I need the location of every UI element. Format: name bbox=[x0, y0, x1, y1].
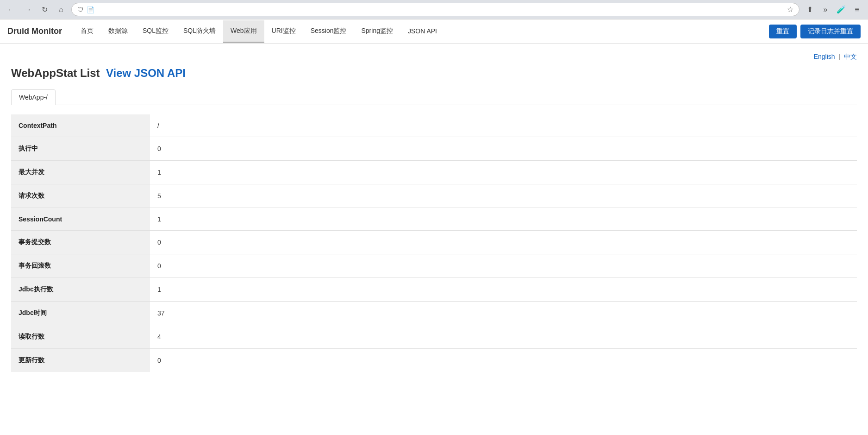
table-cell-key: 事务提交数 bbox=[11, 231, 150, 254]
app-nav: Druid Monitor 首页 数据源 SQL监控 SQL防火墙 Web应用 … bbox=[0, 19, 868, 44]
view-json-api-link[interactable]: View JSON API bbox=[106, 67, 186, 79]
address-bar: 🛡 📄 localhost:9090/druid/webapp.html ☆ bbox=[71, 3, 799, 16]
nav-spring[interactable]: Spring监控 bbox=[354, 20, 400, 43]
table-cell-value: 37 bbox=[150, 302, 857, 325]
table-cell-value: 4 bbox=[150, 325, 857, 349]
reload-button[interactable]: ↻ bbox=[38, 3, 51, 16]
home-button[interactable]: ⌂ bbox=[55, 3, 68, 16]
table-row: 最大并发1 bbox=[11, 161, 857, 184]
table-row: Jdbc时间37 bbox=[11, 302, 857, 325]
tabs: WebApp-/ bbox=[11, 89, 857, 105]
table-cell-key: 最大并发 bbox=[11, 161, 150, 184]
nav-links: 首页 数据源 SQL监控 SQL防火墙 Web应用 URI监控 Session监… bbox=[73, 20, 769, 43]
table-row: 事务提交数0 bbox=[11, 231, 857, 254]
table-cell-key: 更新行数 bbox=[11, 349, 150, 372]
nav-uri[interactable]: URI监控 bbox=[264, 20, 303, 43]
lang-separator: | bbox=[838, 53, 840, 60]
table-cell-key: ContextPath bbox=[11, 114, 150, 137]
table-cell-key: 事务回滚数 bbox=[11, 254, 150, 278]
table-row: SessionCount1 bbox=[11, 208, 857, 231]
page-icon: 📄 bbox=[87, 6, 94, 13]
forward-button[interactable]: → bbox=[21, 3, 34, 16]
table-cell-key: Jdbc时间 bbox=[11, 302, 150, 325]
data-table: ContextPath/执行中0最大并发1请求次数5SessionCount1事… bbox=[11, 114, 857, 372]
more-button[interactable]: » bbox=[819, 3, 832, 16]
table-cell-value: 1 bbox=[150, 161, 857, 184]
table-cell-value: 0 bbox=[150, 254, 857, 278]
shield-icon: 🛡 bbox=[77, 6, 84, 13]
nav-jsonapi[interactable]: JSON API bbox=[400, 21, 444, 42]
tab-webapp-slash[interactable]: WebApp-/ bbox=[11, 89, 56, 105]
table-row: 事务回滚数0 bbox=[11, 254, 857, 278]
share-button[interactable]: ⬆ bbox=[803, 3, 816, 16]
table-row: 读取行数4 bbox=[11, 325, 857, 349]
table-cell-value: 0 bbox=[150, 137, 857, 161]
nav-sql[interactable]: SQL监控 bbox=[135, 20, 176, 43]
browser-chrome: ← → ↻ ⌂ 🛡 📄 localhost:9090/druid/webapp.… bbox=[0, 0, 868, 19]
table-row: 执行中0 bbox=[11, 137, 857, 161]
table-cell-key: 执行中 bbox=[11, 137, 150, 161]
nav-datasource[interactable]: 数据源 bbox=[101, 20, 135, 43]
table-cell-key: Jdbc执行数 bbox=[11, 278, 150, 302]
table-cell-value: 1 bbox=[150, 278, 857, 302]
lang-chinese[interactable]: 中文 bbox=[844, 53, 857, 60]
back-button[interactable]: ← bbox=[5, 3, 18, 16]
table-cell-value: 0 bbox=[150, 349, 857, 372]
url-input[interactable]: localhost:9090/druid/webapp.html bbox=[97, 6, 784, 13]
nav-webapp[interactable]: Web应用 bbox=[223, 20, 264, 43]
table-cell-value: 5 bbox=[150, 184, 857, 208]
page-title: WebAppStat List View JSON API bbox=[11, 67, 857, 80]
table-cell-key: 读取行数 bbox=[11, 325, 150, 349]
table-cell-value: 1 bbox=[150, 208, 857, 231]
app-title: Druid Monitor bbox=[7, 26, 62, 36]
nav-sqlfirewall[interactable]: SQL防火墙 bbox=[176, 20, 223, 43]
reset-button[interactable]: 重置 bbox=[769, 25, 797, 38]
lang-switcher: English | 中文 bbox=[11, 53, 857, 61]
table-cell-key: SessionCount bbox=[11, 208, 150, 231]
star-icon[interactable]: ☆ bbox=[787, 5, 793, 14]
nav-session[interactable]: Session监控 bbox=[303, 20, 354, 43]
nav-home[interactable]: 首页 bbox=[73, 20, 101, 43]
menu-button[interactable]: ≡ bbox=[850, 3, 863, 16]
extension-button[interactable]: 🧪 bbox=[835, 3, 848, 16]
log-reset-button[interactable]: 记录日志并重置 bbox=[800, 25, 861, 38]
table-cell-key: 请求次数 bbox=[11, 184, 150, 208]
lang-english[interactable]: English bbox=[814, 53, 835, 60]
browser-actions: ⬆ » 🧪 ≡ bbox=[803, 3, 863, 16]
nav-buttons: 重置 记录日志并重置 bbox=[769, 25, 861, 38]
table-row: 更新行数0 bbox=[11, 349, 857, 372]
table-row: 请求次数5 bbox=[11, 184, 857, 208]
table-cell-value: 0 bbox=[150, 231, 857, 254]
table-row: Jdbc执行数1 bbox=[11, 278, 857, 302]
page-content: English | 中文 WebAppStat List View JSON A… bbox=[0, 44, 868, 381]
page-title-static: WebAppStat List bbox=[11, 67, 100, 79]
table-cell-value: / bbox=[150, 114, 857, 137]
table-row: ContextPath/ bbox=[11, 114, 857, 137]
